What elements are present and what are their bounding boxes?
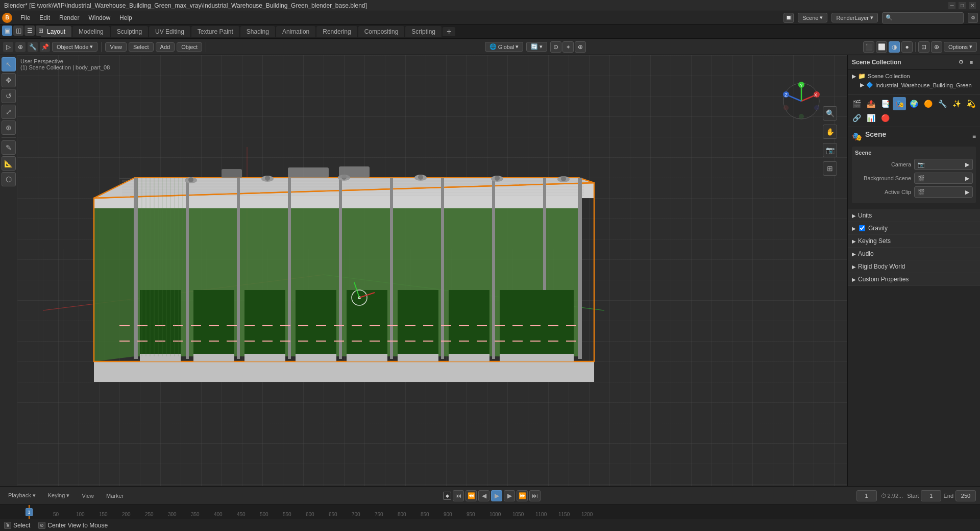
menu-render[interactable]: Render (55, 13, 83, 22)
viewport-shading-rendered[interactable]: ● (901, 41, 913, 53)
menu-file[interactable]: File (16, 13, 34, 22)
tab-rendering[interactable]: Rendering (316, 26, 357, 37)
jump-end-btn[interactable]: ⏭ (529, 490, 541, 501)
keyframe-indicator[interactable]: ◆ (443, 492, 451, 500)
tab-sculpting[interactable]: Sculpting (111, 26, 148, 37)
playback-menu[interactable]: Playback ▾ (4, 491, 40, 500)
viewport[interactable]: User Perspective (1) Scene Collection | … (17, 55, 847, 486)
props-world-icon[interactable]: 🌍 (907, 97, 920, 110)
props-render-icon[interactable]: 🎬 (850, 97, 863, 110)
props-modifier-icon[interactable]: 🔧 (936, 97, 949, 110)
gravity-section-header[interactable]: ▶ Gravity (848, 222, 980, 234)
gravity-checkbox[interactable] (859, 225, 865, 231)
icon2[interactable]: ◫ (13, 26, 23, 36)
menu-help[interactable]: Help (115, 13, 136, 22)
nav-camera[interactable]: 📷 (823, 143, 837, 157)
tab-add[interactable]: + (443, 27, 455, 36)
toolbar-icon-1[interactable]: ▷ (3, 42, 13, 52)
props-particles-icon[interactable]: ✨ (950, 97, 963, 110)
start-frame-input[interactable] (921, 490, 941, 501)
minimize-button[interactable]: ─ (948, 2, 955, 9)
toolbar-icon-4[interactable]: 📌 (40, 42, 50, 52)
icon4[interactable]: ⊞ (36, 26, 46, 36)
tool-rotate[interactable]: ↺ (2, 89, 16, 103)
tree-scene-collection[interactable]: ▶ 📁 Scene Collection (850, 71, 978, 81)
props-data-icon[interactable]: 📊 (864, 111, 877, 125)
viewport-shading-material[interactable]: ◑ (889, 41, 900, 53)
view-menu[interactable]: View (105, 42, 127, 52)
timeline-ruler[interactable]: 1 1 50 100 150 200 250 300 350 400 450 5… (0, 504, 980, 519)
scene-options-icon[interactable]: ≡ (972, 133, 976, 140)
nav-hand[interactable]: ✋ (823, 125, 837, 139)
play-btn[interactable]: ▶ (491, 490, 502, 501)
prev-keyframe-btn[interactable]: ⏪ (465, 490, 477, 501)
snap-selector[interactable]: 🔄 ▾ (526, 42, 547, 52)
object-menu[interactable]: Object (177, 42, 202, 52)
end-frame-input[interactable] (955, 490, 976, 501)
panel-settings-icon[interactable]: ≡ (967, 58, 976, 67)
keying-menu[interactable]: Keying ▾ (44, 491, 74, 500)
tab-uv-editing[interactable]: UV Editing (149, 26, 190, 37)
tab-modeling[interactable]: Modeling (72, 26, 110, 37)
overlay-icon[interactable]: ⊡ (918, 41, 929, 53)
props-view-layer-icon[interactable]: 📑 (878, 97, 892, 110)
bg-scene-value[interactable]: 🎬 ▶ (914, 173, 973, 184)
renderlayer-selector[interactable]: RenderLayer ▾ (831, 13, 878, 22)
next-frame-btn[interactable]: ▶ (504, 490, 515, 501)
select-menu[interactable]: Select (129, 42, 154, 52)
filter-icon[interactable]: ⚙ (968, 13, 978, 23)
viewport-icon[interactable]: ▣ (2, 26, 12, 36)
maximize-button[interactable]: □ (959, 2, 966, 9)
menu-window[interactable]: Window (84, 13, 114, 22)
tab-compositing[interactable]: Compositing (358, 26, 405, 37)
props-scene-icon[interactable]: 🎭 (893, 97, 906, 110)
next-keyframe-btn[interactable]: ⏩ (517, 490, 528, 501)
active-clip-value[interactable]: 🎬 ▶ (914, 186, 973, 198)
close-button[interactable]: ✕ (969, 2, 976, 9)
gizmo-widget[interactable]: X Y Z (781, 81, 822, 122)
gizmo-icon[interactable]: ⊕ (931, 41, 942, 53)
audio-section-header[interactable]: ▶ Audio (848, 248, 980, 260)
tab-texture-paint[interactable]: Texture Paint (191, 26, 239, 37)
view-menu[interactable]: View (78, 492, 98, 500)
props-physics-icon[interactable]: 💫 (964, 97, 977, 110)
current-frame-input[interactable] (856, 490, 877, 501)
icon3[interactable]: ☰ (24, 26, 35, 36)
render-engine-icon[interactable]: 🔲 (783, 13, 794, 23)
frame-marker[interactable]: 1 (26, 508, 33, 516)
snap-icon[interactable]: ⌖ (562, 41, 574, 53)
tool-measure[interactable]: 📐 (2, 156, 16, 171)
tool-annotate[interactable]: ✎ (2, 140, 16, 155)
tab-scripting[interactable]: Scripting (405, 26, 442, 37)
tool-move[interactable]: ✥ (2, 73, 16, 87)
tab-animation[interactable]: Animation (276, 26, 315, 37)
props-object-icon[interactable]: 🟠 (921, 97, 935, 110)
props-material-icon[interactable]: 🔴 (878, 111, 892, 125)
search-bar[interactable]: 🔍 (882, 12, 964, 23)
camera-value[interactable]: 📷 ▶ (914, 159, 973, 170)
viewport-shading-wireframe[interactable]: ⬜ (876, 41, 887, 53)
keying-sets-header[interactable]: ▶ Keying Sets (848, 235, 980, 247)
marker-menu[interactable]: Marker (102, 492, 128, 500)
proportional-icon[interactable]: ⊙ (550, 41, 561, 53)
props-output-icon[interactable]: 📤 (864, 97, 877, 110)
custom-properties-header[interactable]: ▶ Custom Properties (848, 273, 980, 285)
options-btn[interactable]: Options ▾ (944, 42, 977, 52)
prev-frame-btn[interactable]: ◀ (478, 490, 489, 501)
tool-cursor[interactable]: ↖ (2, 57, 16, 71)
tool-transform[interactable]: ⊕ (2, 120, 16, 135)
tool-scale[interactable]: ⤢ (2, 105, 16, 119)
global-selector[interactable]: 🌐 Global ▾ (485, 42, 524, 52)
menu-edit[interactable]: Edit (35, 13, 54, 22)
add-menu[interactable]: Add (156, 42, 175, 52)
rigid-body-world-header[interactable]: ▶ Rigid Body World (848, 260, 980, 273)
nav-ortho[interactable]: ⊞ (823, 161, 837, 176)
jump-start-btn[interactable]: ⏮ (453, 490, 464, 501)
object-mode-selector[interactable]: Object Mode ▾ (52, 42, 97, 52)
nav-zoom-in[interactable]: 🔍 (823, 106, 837, 120)
filter-icon[interactable]: ⚙ (957, 58, 966, 67)
toolbar-icon-3[interactable]: 🔧 (28, 42, 38, 52)
toolbar-icon-2[interactable]: ⊕ (15, 42, 26, 52)
scene-selector[interactable]: Scene ▾ (798, 13, 827, 22)
origin-icon[interactable]: ⊕ (575, 41, 586, 53)
